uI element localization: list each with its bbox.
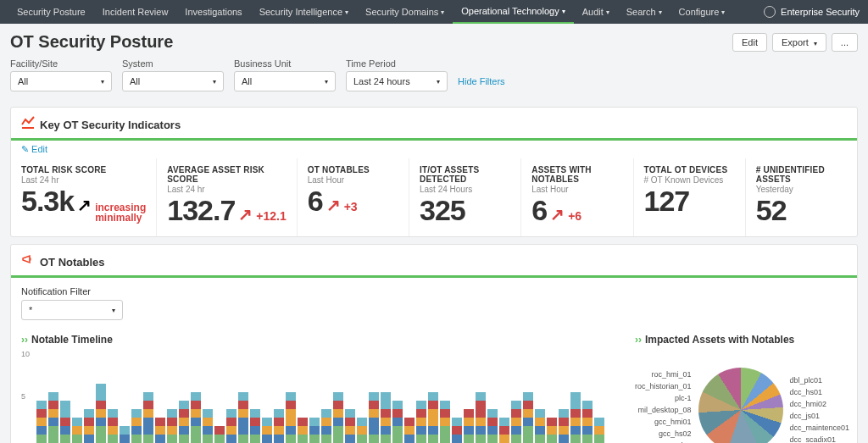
filter-bu-label: Business Unit — [234, 58, 336, 69]
bar — [345, 409, 355, 443]
nav-investigations[interactable]: Investigations — [176, 0, 250, 24]
bar — [131, 409, 142, 443]
y-tick: 5 — [21, 392, 25, 401]
bar — [298, 418, 308, 443]
timeline-title: Notable Timeline — [31, 334, 113, 346]
bar — [214, 426, 225, 443]
trend-arrow-icon: ↗ — [326, 195, 341, 215]
chevron-down-icon: ▾ — [659, 8, 662, 16]
kpi-sublabel: Last Hour — [531, 185, 622, 194]
filter-facility-label: Facility/Site — [10, 58, 112, 69]
kpi-card[interactable]: OT NOTABLES Last Hour 6↗ +3 — [298, 158, 409, 236]
trend-number: +6 — [568, 209, 581, 223]
bar — [226, 409, 236, 443]
kpi-card[interactable]: IT/OT ASSETS DETECTED Last 24 Hours 325 — [409, 158, 521, 236]
chevron-down-icon: ▾ — [606, 8, 609, 16]
kpi-label: AVERAGE ASSET RISK SCORE — [167, 165, 287, 184]
bar — [262, 418, 272, 443]
bar — [203, 409, 213, 443]
kpi-card[interactable]: TOTAL OT DEVICES # OT Known Devices 127 — [634, 158, 746, 236]
kpi-panel-title: Key OT Security Indicators — [40, 119, 181, 131]
nav-security-domains[interactable]: Security Domains▾ — [357, 0, 453, 24]
trend-text: increasingminimally — [95, 202, 146, 223]
impacted-title: Impacted Assets with Notables — [645, 334, 794, 346]
page-title: OT Security Posture — [10, 32, 173, 52]
bar — [238, 392, 248, 443]
nav-configure[interactable]: Configure▾ — [670, 0, 734, 24]
title-bar: OT Security Posture Edit Export ▾ ... — [0, 24, 868, 55]
bar — [404, 418, 415, 443]
nav-audit[interactable]: Audit▾ — [574, 0, 618, 24]
chevron-down-icon: ▾ — [441, 8, 444, 16]
pie-label: dcc_maintence01 — [790, 424, 850, 432]
bar — [511, 401, 521, 443]
kpi-panel: Key OT Security Indicators ✎ Edit TOTAL … — [10, 107, 858, 237]
kpi-value: 5.3k — [21, 186, 74, 215]
bar — [369, 392, 379, 443]
kpi-sublabel: Yesterday — [756, 185, 847, 194]
bar — [464, 409, 474, 443]
filter-time-select[interactable]: Last 24 hours▾ — [346, 71, 448, 91]
filter-facility-select[interactable]: All▾ — [10, 71, 112, 91]
filter-system-select[interactable]: All▾ — [122, 71, 224, 91]
bar — [333, 392, 343, 443]
bar — [167, 409, 177, 443]
bar — [535, 409, 545, 443]
nav-incident-review[interactable]: Incident Review — [94, 0, 177, 24]
bar — [452, 418, 462, 443]
trend-arrow-icon: ↗ — [238, 204, 253, 224]
kpi-card[interactable]: AVERAGE ASSET RISK SCORE Last 24 hr 132.… — [157, 158, 298, 236]
hide-filters-link[interactable]: Hide Filters — [458, 76, 505, 91]
nav-search[interactable]: Search▾ — [618, 0, 670, 24]
pie-label: mil_desktop_08 — [635, 406, 692, 414]
kpi-card[interactable]: TOTAL RISK SCORE Last 24 hr 5.3k↗ increa… — [11, 158, 157, 236]
pie-label: dcc_scadix01 — [790, 435, 850, 443]
brand-label: Enterprise Security — [781, 7, 860, 17]
kpi-label: TOTAL RISK SCORE — [21, 165, 146, 174]
edit-button[interactable]: Edit — [732, 33, 767, 52]
notable-timeline-chart: ››Notable Timeline 10 5 8:00 AM10:00 AM1… — [21, 334, 625, 443]
pie-label: dcc_hmi02 — [790, 400, 850, 408]
bar — [559, 409, 569, 443]
nav-security-posture[interactable]: Security Posture — [8, 0, 94, 24]
filter-time-label: Time Period — [346, 58, 448, 69]
kpi-edit-link[interactable]: ✎ Edit — [11, 141, 857, 158]
pie-label: gcc_hs02 — [635, 429, 692, 438]
nav-operational-technology[interactable]: Operational Technology▾ — [453, 0, 573, 24]
trend-arrow-icon: ↗ — [77, 195, 92, 215]
chevron-down-icon: ▾ — [213, 78, 216, 86]
kpi-value: 52 — [756, 196, 787, 224]
filter-bar: Facility/Site All▾ System All▾ Business … — [0, 55, 868, 100]
bar — [547, 418, 557, 443]
pie-label: dbl_plc01 — [790, 376, 850, 385]
pie-chart — [698, 368, 783, 443]
kpi-sublabel: Last Hour — [308, 175, 398, 185]
kpi-card[interactable]: # UNIDENTIFIED ASSETS Yesterday 52 — [746, 158, 857, 236]
chevron-down-icon: ▾ — [101, 78, 104, 86]
more-button[interactable]: ... — [832, 33, 858, 52]
filter-bu-select[interactable]: All▾ — [234, 71, 336, 91]
kpi-label: ASSETS WITH NOTABLES — [531, 165, 622, 184]
kpi-value: 6 — [531, 196, 547, 224]
bar — [84, 409, 94, 443]
pie-label: roc_historian_01 — [635, 382, 692, 390]
bar — [523, 392, 533, 443]
nav-security-intelligence[interactable]: Security Intelligence▾ — [251, 0, 357, 24]
pie-label: plc-1 — [635, 394, 692, 402]
bar — [570, 392, 581, 443]
chevron-right-icon: ›› — [21, 334, 28, 346]
trend-number: +12.1 — [256, 209, 286, 223]
kpi-sublabel: Last 24 hr — [167, 185, 287, 194]
bar — [48, 392, 58, 443]
filter-system-label: System — [122, 58, 224, 69]
kpi-label: # UNIDENTIFIED ASSETS — [756, 165, 847, 184]
export-button[interactable]: Export ▾ — [772, 33, 826, 52]
notification-filter-select[interactable]: *▾ — [21, 300, 123, 320]
chevron-down-icon: ▾ — [345, 8, 348, 16]
brand[interactable]: Enterprise Security — [764, 6, 860, 18]
kpi-card[interactable]: ASSETS WITH NOTABLES Last Hour 6↗ +6 — [521, 158, 633, 236]
notables-panel: OT Notables Notification Filter *▾ ››Not… — [10, 244, 858, 443]
chevron-down-icon: ▾ — [721, 8, 725, 16]
chevron-down-icon: ▾ — [562, 8, 565, 15]
bar — [499, 418, 509, 443]
